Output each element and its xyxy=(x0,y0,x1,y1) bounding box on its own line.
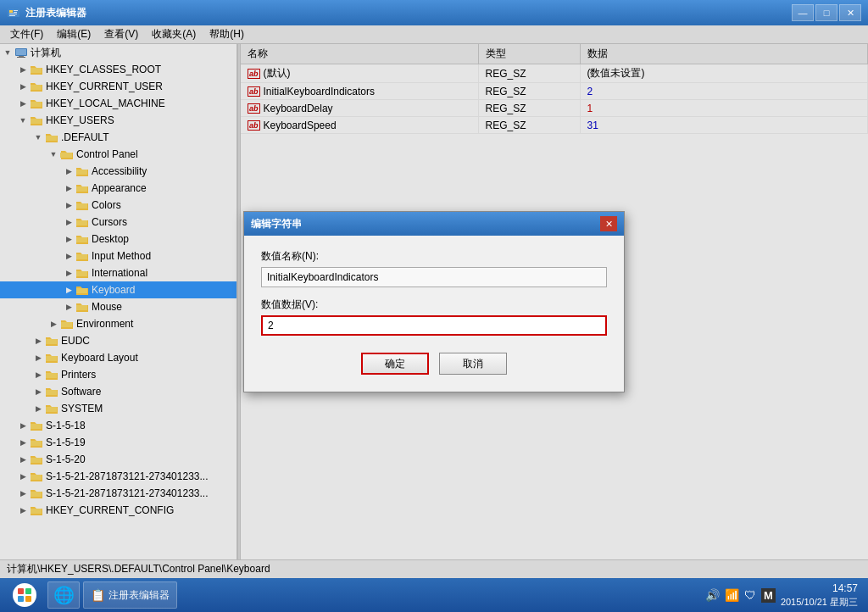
data-input[interactable] xyxy=(261,315,607,336)
clock: 14:57 2015/10/21 星期三 xyxy=(781,581,858,609)
close-button[interactable]: ✕ xyxy=(839,4,861,21)
data-label: 数值数据(V): xyxy=(261,298,607,312)
minimize-button[interactable]: — xyxy=(792,4,814,21)
dialog-body: 数值名称(N): 数值数据(V): 确定 取消 xyxy=(244,236,624,392)
tray-icon-volume: 🔊 xyxy=(705,588,720,602)
taskbar-ie-button[interactable]: 🌐 xyxy=(47,581,80,609)
ie-icon: 🌐 xyxy=(53,585,75,605)
svg-rect-1 xyxy=(9,10,13,13)
edit-string-dialog: 编辑字符串 ✕ 数值名称(N): 数值数据(V): 确定 取消 xyxy=(243,211,625,392)
name-input[interactable] xyxy=(261,267,607,287)
title-controls: — □ ✕ xyxy=(792,4,861,21)
svg-rect-5 xyxy=(9,15,15,16)
svg-rect-4 xyxy=(9,14,17,14)
tray-icon-input: M xyxy=(761,588,776,603)
regedit-icon: 📋 xyxy=(91,588,105,602)
dialog-close-button[interactable]: ✕ xyxy=(600,216,617,231)
windows-grid xyxy=(18,588,31,602)
svg-rect-3 xyxy=(14,12,17,13)
taskbar-right: 🔊 📶 🛡 M 14:57 2015/10/21 星期三 xyxy=(705,581,865,609)
clock-date: 2015/10/21 星期三 xyxy=(781,596,858,609)
windows-logo xyxy=(13,583,36,607)
title-bar: 注册表编辑器 — □ ✕ xyxy=(0,0,868,25)
win-grid-1 xyxy=(18,588,24,594)
window-title: 注册表编辑器 xyxy=(25,6,86,20)
name-label: 数值名称(N): xyxy=(261,249,607,264)
clock-time: 14:57 xyxy=(781,581,858,596)
taskbar-regedit-button[interactable]: 📋 注册表编辑器 xyxy=(83,581,177,609)
maximize-button[interactable]: □ xyxy=(815,4,837,21)
dialog-title-text: 编辑字符串 xyxy=(251,217,302,231)
svg-rect-2 xyxy=(14,10,18,11)
title-icon xyxy=(7,6,20,19)
win-grid-2 xyxy=(25,588,31,594)
taskbar-app-label: 注册表编辑器 xyxy=(108,588,170,603)
start-button[interactable] xyxy=(3,581,46,609)
win-grid-4 xyxy=(25,596,31,602)
data-field-container: 数值数据(V): xyxy=(261,298,607,336)
tray-icon-network: 📶 xyxy=(725,588,739,602)
cancel-button[interactable]: 取消 xyxy=(439,353,507,375)
win-grid-3 xyxy=(18,596,24,602)
modal-overlay: 编辑字符串 ✕ 数值名称(N): 数值数据(V): 确定 取消 xyxy=(0,25,868,578)
taskbar: 🌐 📋 注册表编辑器 🔊 📶 🛡 M 14:57 2015/10/21 星期三 xyxy=(0,578,868,612)
ok-button[interactable]: 确定 xyxy=(361,353,429,375)
dialog-title-bar: 编辑字符串 ✕ xyxy=(244,212,624,236)
dialog-buttons: 确定 取消 xyxy=(261,346,607,378)
tray-icon-security: 🛡 xyxy=(744,588,756,602)
name-field-container: 数值名称(N): xyxy=(261,249,607,287)
